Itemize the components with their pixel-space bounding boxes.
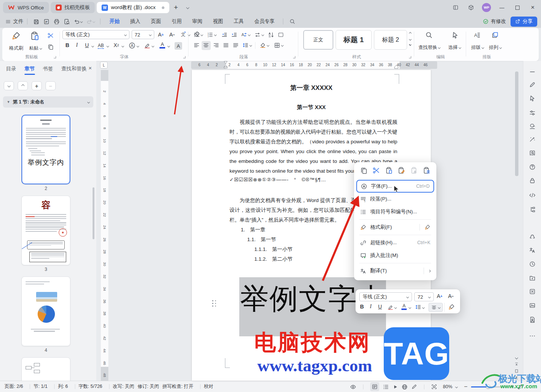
- tab-list-button[interactable]: [183, 3, 193, 12]
- context-menu-item-4[interactable]: 格式刷(F): [356, 221, 434, 234]
- magic-wand-icon[interactable]: [529, 136, 536, 143]
- styles-more-icon[interactable]: [409, 43, 412, 46]
- mini-bold-button[interactable]: B: [360, 304, 364, 310]
- font-color-dropdown-icon[interactable]: [167, 45, 170, 47]
- close-button[interactable]: ×: [526, 2, 539, 13]
- tab-document[interactable]: W word教程 (新) .docx: [97, 2, 169, 13]
- paste-button[interactable]: 粘贴: [25, 45, 46, 52]
- menubar-tab-3[interactable]: 页面: [151, 18, 161, 25]
- select-button[interactable]: 选择: [445, 44, 464, 51]
- print-icon[interactable]: [53, 18, 60, 25]
- close-box-icon[interactable]: [529, 288, 536, 295]
- context-menu-item-3[interactable]: 项目符号和编号(N)...: [356, 205, 434, 218]
- numbering-icon[interactable]: 123: [207, 32, 213, 38]
- presentation-icon[interactable]: [392, 384, 398, 390]
- mini-align-button[interactable]: [429, 303, 443, 312]
- mini-font-family-select[interactable]: 等线 (正文): [359, 292, 412, 301]
- typeset-button[interactable]: 排版: [468, 44, 487, 51]
- section-header[interactable]: ▼ 第 1 节: 未命名: [3, 96, 93, 108]
- mini-increase-font-button[interactable]: A+: [437, 293, 442, 299]
- tab-stop-selector[interactable]: L: [100, 62, 108, 68]
- mini-highlight-icon[interactable]: [387, 304, 394, 310]
- outline-view-icon[interactable]: [383, 384, 389, 390]
- collapse-up-button[interactable]: [18, 81, 28, 90]
- folder-star-icon[interactable]: [529, 275, 536, 281]
- bullets-icon[interactable]: [193, 32, 200, 38]
- expand-down-button[interactable]: [4, 81, 14, 90]
- cjk-layout-icon[interactable]: [254, 32, 261, 38]
- menubar-tab-5[interactable]: 审阅: [192, 18, 202, 25]
- status-segment-7[interactable]: 拼写检查: 打开: [163, 383, 193, 390]
- paste-special-icon[interactable]: [423, 167, 430, 174]
- file-menu[interactable]: 文件: [13, 18, 23, 25]
- redo-dropdown-icon[interactable]: [93, 20, 95, 23]
- cut-icon[interactable]: [47, 32, 54, 39]
- status-segment-1[interactable]: 页面: 2/6: [5, 383, 23, 390]
- ink-icon[interactable]: [411, 384, 417, 390]
- paragraph-expander-icon[interactable]: [293, 56, 295, 58]
- translate-icon[interactable]: [529, 247, 536, 254]
- styles-down-icon[interactable]: [409, 38, 412, 41]
- print-preview-icon[interactable]: [64, 18, 70, 25]
- styles-up-icon[interactable]: [409, 32, 412, 35]
- undo-icon[interactable]: [74, 18, 80, 25]
- add-section-button[interactable]: +: [32, 81, 42, 90]
- doc-heading1[interactable]: 第一章 XXXXX: [192, 84, 431, 92]
- mini-underline-button[interactable]: U: [378, 304, 382, 310]
- font-size-select[interactable]: 72: [132, 30, 154, 39]
- arrange-button[interactable]: 排列: [485, 44, 505, 51]
- resume-icon[interactable]: [529, 316, 536, 323]
- context-menu-item-7[interactable]: 翻译(T): [356, 264, 434, 277]
- find-replace-icon[interactable]: [425, 31, 433, 39]
- arrange-icon[interactable]: [491, 31, 499, 39]
- align-center-button[interactable]: [202, 41, 211, 50]
- text-effects-dropdown-icon[interactable]: [137, 45, 139, 47]
- tab-toc[interactable]: 目录: [6, 65, 16, 72]
- web-view-icon[interactable]: [401, 384, 408, 390]
- help-icon[interactable]: [529, 164, 536, 170]
- menubar-tab-1[interactable]: 开始: [109, 18, 120, 25]
- minimize-button[interactable]: —: [495, 2, 509, 13]
- zoom-out-button[interactable]: −: [464, 383, 467, 390]
- reading-mode-icon[interactable]: [350, 384, 356, 390]
- styles-expander-icon[interactable]: [409, 56, 411, 58]
- panel-collapse-icon[interactable]: [529, 68, 536, 75]
- indent-icon[interactable]: [231, 32, 237, 38]
- underline-button[interactable]: U: [85, 42, 89, 48]
- first-line-indent-marker[interactable]: [224, 61, 228, 64]
- adjust-sliders-icon[interactable]: [529, 109, 536, 116]
- style-normal[interactable]: 正文: [303, 30, 333, 50]
- mini-decrease-font-button[interactable]: A−: [448, 293, 454, 299]
- page-thumbnail-3[interactable]: 容 ★: [21, 196, 70, 265]
- style-heading2[interactable]: 标题 2: [374, 30, 407, 50]
- fit-page-icon[interactable]: [431, 384, 437, 390]
- tab-find-replace[interactable]: 查找和替换: [61, 65, 87, 72]
- highlight-dropdown-icon[interactable]: [152, 45, 154, 47]
- show-marks-icon[interactable]: [278, 32, 284, 38]
- save-icon[interactable]: [33, 18, 40, 25]
- context-menu-item-2[interactable]: ¶段落(P)...: [356, 193, 434, 205]
- tab-wps-office[interactable]: WPS Office: [3, 2, 49, 13]
- screenshot-icon[interactable]: [529, 302, 536, 309]
- code-icon[interactable]: [529, 192, 536, 199]
- apps-cube-button[interactable]: [464, 2, 478, 13]
- drag-handle[interactable]: [212, 300, 217, 307]
- emphasis-dropdown-icon[interactable]: [106, 45, 109, 47]
- decrease-font-button[interactable]: A−: [169, 32, 175, 38]
- font-expander-icon[interactable]: [183, 56, 185, 58]
- horizontal-ruler[interactable]: 6422468101214161820222426283032343638404…: [191, 61, 437, 69]
- mini-font-size-select[interactable]: 72: [414, 292, 434, 301]
- zoom-level[interactable]: 80%: [443, 384, 452, 389]
- menubar-tab-4[interactable]: 引用: [172, 18, 182, 25]
- menubar-tab-6[interactable]: 视图: [213, 18, 223, 25]
- doc-search-icon[interactable]: [529, 150, 536, 156]
- format-painter-lock-icon[interactable]: [424, 224, 430, 230]
- superscript-button[interactable]: X2: [114, 42, 119, 48]
- char-scale-icon[interactable]: A: [241, 32, 247, 38]
- tab-docer-template[interactable]: 找稻壳模板: [51, 2, 95, 13]
- char-shading-button[interactable]: A: [175, 42, 182, 50]
- italic-button[interactable]: I: [76, 42, 78, 48]
- paste-icon[interactable]: [385, 167, 393, 174]
- doc-heading2[interactable]: 第一节 XXX: [192, 104, 431, 111]
- status-segment-5[interactable]: 改写: 关闭: [113, 383, 134, 390]
